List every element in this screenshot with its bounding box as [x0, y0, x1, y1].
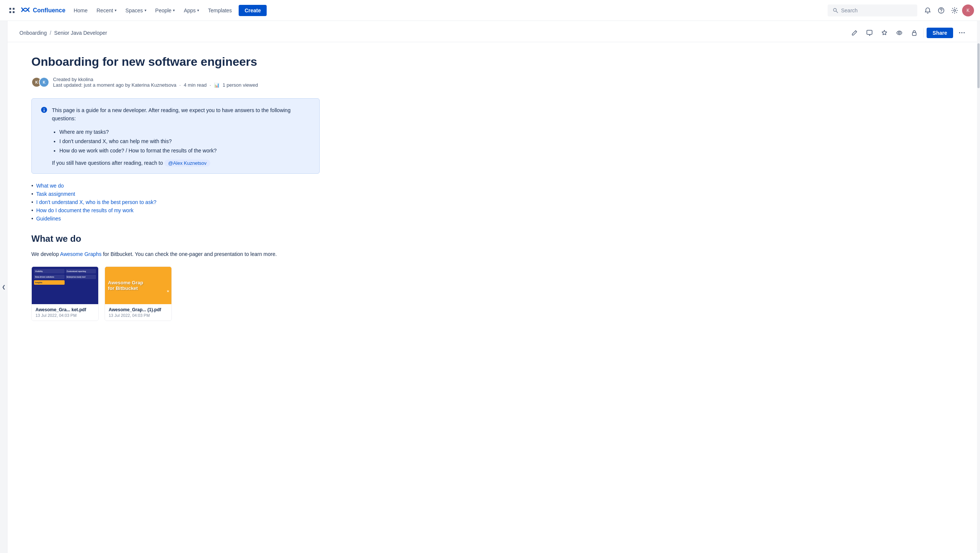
people-chevron-icon: ▾	[173, 8, 175, 12]
svg-rect-3	[13, 11, 14, 13]
breadcrumb-separator: /	[50, 30, 51, 36]
dot-separator-2: ·	[210, 82, 211, 88]
list-item: How do we work with code? / How to forma…	[59, 146, 310, 155]
list-item: Where are my tasks?	[59, 127, 310, 137]
content-area: Onboarding / Senior Java Developer	[8, 21, 980, 553]
file-card-1[interactable]: Visibility Customized reporting Data-dri…	[31, 266, 99, 321]
toc-bullet: •	[31, 191, 33, 197]
toc-item: • Guidelines	[31, 215, 320, 222]
author-updated-text: Last updated: just a moment ago by Kater…	[53, 82, 176, 88]
file-info-1: Awesome_Gra... ket.pdf 13 Jul 2022, 04:0…	[32, 304, 98, 320]
viewers-count: 1 person viewed	[223, 82, 258, 88]
svg-point-9	[899, 32, 900, 34]
action-separator	[923, 29, 924, 37]
search-icon	[833, 8, 838, 13]
bell-icon	[924, 7, 931, 14]
toc-link-what-we-do[interactable]: What we do	[36, 183, 64, 189]
toc-link-task-assignment[interactable]: Task assignment	[36, 191, 75, 197]
comment-icon	[867, 30, 872, 36]
info-questions-list: Where are my tasks? I don't understand X…	[52, 127, 310, 156]
comment-button[interactable]	[864, 27, 875, 39]
awesome-graphs-link[interactable]: Awesome Graphs	[60, 251, 102, 257]
watch-button[interactable]	[893, 27, 905, 39]
search-placeholder: Search	[841, 8, 858, 13]
nav-home[interactable]: Home	[70, 5, 91, 16]
confluence-logo-icon	[21, 5, 30, 15]
toc-bullet: •	[31, 215, 33, 222]
edit-button[interactable]	[848, 27, 861, 39]
svg-rect-12	[44, 110, 45, 112]
table-of-contents: • What we do • Task assignment • I don't…	[31, 183, 320, 222]
nav-recent[interactable]: Recent ▾	[92, 5, 120, 16]
toc-link-dont-understand[interactable]: I don't understand X, who is the best pe…	[36, 199, 156, 205]
breadcrumb-parent[interactable]: Onboarding	[19, 30, 47, 36]
breadcrumb-current: Senior Java Developer	[54, 30, 107, 36]
help-button[interactable]	[935, 5, 947, 16]
more-icon: ···	[959, 29, 966, 37]
sidebar-toggle-button[interactable]: ❮	[0, 21, 8, 553]
file-thumbnail-2: Awesome Grapfor Bitbucket ★	[105, 267, 172, 304]
spaces-chevron-icon: ▾	[145, 8, 146, 12]
svg-point-7	[941, 12, 942, 13]
file-thumbnail-1: Visibility Customized reporting Data-dri…	[32, 267, 98, 304]
apps-chevron-icon: ▾	[197, 8, 199, 12]
nav-templates[interactable]: Templates	[204, 5, 235, 16]
create-button[interactable]: Create	[239, 5, 267, 16]
section-title-what-we-do: What we do	[31, 234, 320, 244]
nav-grid-button[interactable]	[6, 5, 18, 16]
search-bar[interactable]: Search	[827, 5, 917, 16]
mention-alex[interactable]: @Alex Kuznetsov	[164, 159, 210, 167]
toc-bullet: •	[31, 207, 33, 214]
toc-item: • Task assignment	[31, 191, 320, 197]
breadcrumb: Onboarding / Senior Java Developer	[19, 30, 107, 36]
info-icon	[41, 107, 48, 166]
author-avatars: K K	[31, 77, 49, 88]
svg-rect-2	[10, 11, 11, 13]
scrollbar[interactable]	[977, 21, 980, 553]
toc-bullet: •	[31, 183, 33, 189]
watch-icon	[896, 30, 902, 36]
star-button[interactable]	[878, 27, 890, 39]
settings-button[interactable]	[949, 5, 961, 16]
svg-point-13	[44, 108, 45, 109]
recent-chevron-icon: ▾	[115, 8, 116, 12]
breadcrumb-actions: Share ···	[848, 27, 968, 39]
page-layout: ❮ Onboarding / Senior Java Developer	[0, 21, 980, 553]
navbar: Confluence Home Recent ▾ Spaces ▾ People…	[0, 0, 980, 21]
file-name-1: Awesome_Gra... ket.pdf	[35, 307, 94, 312]
nav-apps[interactable]: Apps ▾	[180, 5, 203, 16]
file-attachments: Visibility Customized reporting Data-dri…	[31, 266, 320, 321]
svg-line-5	[836, 11, 838, 13]
user-avatar[interactable]: K	[962, 5, 974, 16]
info-box: This page is a guide for a new developer…	[31, 98, 320, 174]
nav-spaces[interactable]: Spaces ▾	[122, 5, 150, 16]
toc-link-guidelines[interactable]: Guidelines	[36, 215, 61, 222]
toc-bullet: •	[31, 199, 33, 205]
toc-link-document-results[interactable]: How do I document the results of my work	[36, 207, 134, 214]
views-icon: 📊	[214, 83, 220, 88]
nav-people[interactable]: People ▾	[152, 5, 179, 16]
file-info-2: Awesome_Grap... (1).pdf 13 Jul 2022, 04:…	[105, 304, 172, 320]
file-date-1: 13 Jul 2022, 04:03 PM	[35, 313, 94, 317]
more-options-button[interactable]: ···	[956, 27, 968, 39]
toc-item: • How do I document the results of my wo…	[31, 207, 320, 214]
page-content: Onboarding for new software engineers K …	[8, 42, 344, 333]
dot-separator-1: ·	[179, 82, 181, 88]
confluence-logo[interactable]: Confluence	[21, 5, 65, 15]
read-time: 4 min read	[184, 82, 207, 88]
share-button[interactable]: Share	[927, 28, 953, 38]
notifications-button[interactable]	[922, 5, 934, 16]
svg-rect-1	[13, 8, 14, 10]
svg-point-8	[954, 10, 956, 11]
confluence-logo-text: Confluence	[33, 7, 65, 14]
restrict-button[interactable]	[908, 27, 920, 39]
info-contact: If you still have questions after readin…	[52, 160, 310, 166]
svg-rect-0	[10, 8, 11, 10]
avatar-secondary: K	[39, 77, 49, 88]
file-card-2[interactable]: Awesome Grapfor Bitbucket ★ Awesome_Grap…	[105, 266, 172, 321]
file-date-2: 13 Jul 2022, 04:03 PM	[109, 313, 168, 317]
author-info: Created by kkolina Last updated: just a …	[53, 76, 258, 88]
svg-rect-10	[912, 32, 916, 35]
author-row: K K Created by kkolina Last updated: jus…	[31, 76, 320, 88]
list-item: I don't understand X, who can help me wi…	[59, 137, 310, 146]
